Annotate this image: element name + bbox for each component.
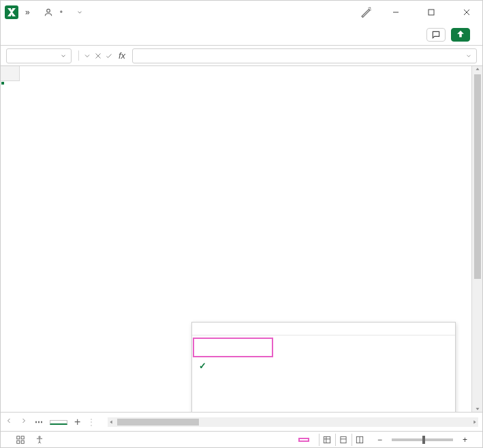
svg-rect-7 [17,436,20,438]
zoom-out-button[interactable]: − [377,435,382,445]
new-sheet-button[interactable]: + [74,416,80,428]
zoom-slider[interactable] [392,438,453,441]
grid-icon[interactable] [16,435,25,445]
view-pagebreak-button[interactable] [352,434,368,446]
cancel-icon[interactable] [94,52,102,60]
excel-icon [5,5,18,19]
next-sheet-button[interactable] [20,417,28,427]
svg-rect-8 [21,436,24,438]
fill-handle[interactable] [1,81,5,85]
wand-icon[interactable] [360,6,372,18]
accessibility-icon [35,435,44,445]
menu-numerical-count[interactable] [192,375,455,393]
svg-point-0 [46,9,50,12]
prev-sheet-button[interactable] [5,417,13,427]
minimize-button[interactable] [384,4,407,20]
scroll-down-icon[interactable] [474,405,481,412]
formula-buttons: fx [78,50,128,61]
chevron-right-icon[interactable]: » [25,8,30,17]
scroll-up-icon[interactable] [474,66,481,73]
customize-status-bar-menu: ✓ [191,322,456,412]
scroll-thumb[interactable] [474,74,481,279]
status-bar: − + [1,431,482,447]
fx-icon[interactable]: fx [119,50,125,61]
svg-rect-9 [17,440,20,443]
zoom-in-button[interactable]: + [463,435,467,445]
chevron-down-icon[interactable] [83,52,91,60]
chevron-down-icon[interactable] [76,9,83,16]
share-button[interactable] [451,28,470,42]
formula-bar: fx [1,46,482,66]
status-count[interactable] [298,438,309,442]
vertical-scrollbar[interactable] [471,66,482,412]
grid[interactable]: ✓ [1,66,482,412]
view-mode-buttons [319,434,368,446]
menu-minimum[interactable] [192,393,455,412]
enter-icon[interactable] [105,52,113,60]
sheet-tab[interactable] [50,420,67,425]
svg-point-11 [39,436,40,437]
svg-rect-2 [429,10,434,15]
comments-button[interactable] [426,28,446,42]
check-icon: ✓ [199,361,206,371]
accessibility-status[interactable] [35,435,47,445]
formula-input[interactable] [132,48,477,63]
scroll-right-icon[interactable] [471,419,478,425]
menu-count[interactable]: ✓ [192,357,455,375]
scroll-thumb[interactable] [117,419,199,425]
maximize-button[interactable] [420,4,443,20]
svg-rect-12 [324,436,330,443]
close-button[interactable] [455,4,478,20]
person-icon [44,8,53,17]
view-normal-button[interactable] [319,434,335,446]
all-sheets-button[interactable]: ⋯ [35,417,43,427]
chevron-down-icon[interactable] [465,53,472,59]
horizontal-scrollbar[interactable] [108,417,478,427]
ribbon-tabs [1,24,482,46]
menu-title [192,323,455,335]
menu-average[interactable] [193,338,272,357]
name-box[interactable] [6,48,72,63]
view-pagelayout-button[interactable] [335,434,352,446]
title-bar: » • [1,1,482,24]
scroll-left-icon[interactable] [108,419,114,425]
svg-rect-10 [21,440,24,443]
svg-rect-15 [341,436,346,443]
sheet-tab-bar: ⋯ + ⋮ [1,412,482,431]
select-all-corner[interactable] [1,66,20,81]
